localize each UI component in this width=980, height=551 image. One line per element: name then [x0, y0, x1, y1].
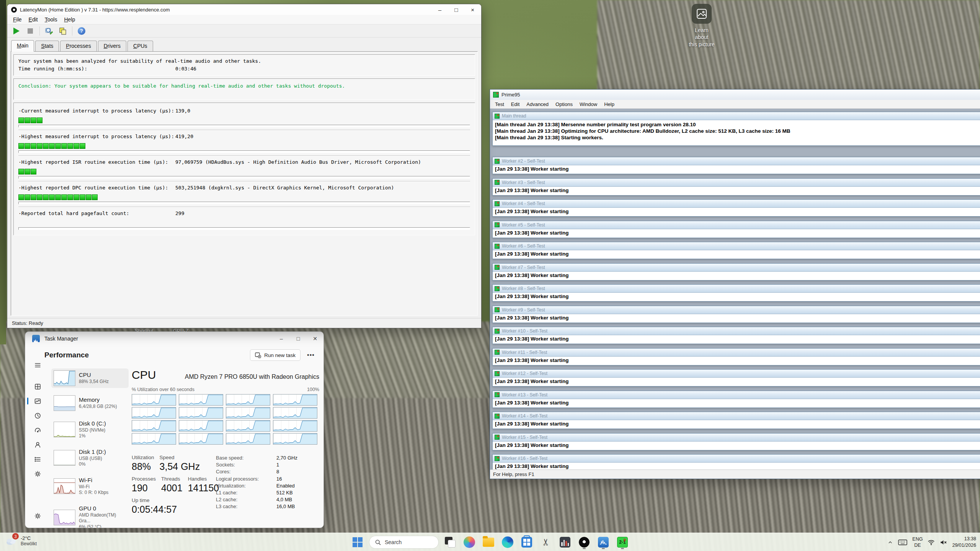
latencymon-taskbar-button[interactable]	[577, 535, 592, 550]
rail-item-details[interactable]	[30, 452, 45, 466]
perf-sidebar-item-disk0[interactable]: Disk 0 (C:)SSD (NVMe)1%	[51, 418, 129, 441]
menu-item-options[interactable]: Options	[552, 100, 576, 108]
prime95-worker-window[interactable]: Worker #13 - Self-Test[Jan 29 13:38] Wor…	[492, 391, 980, 408]
maximize-button[interactable]: □	[454, 7, 458, 13]
minimize-button[interactable]: –	[273, 332, 290, 345]
minimize-button[interactable]: –	[438, 7, 441, 13]
touch-keyboard-button[interactable]	[898, 539, 907, 546]
rail-item-users[interactable]	[30, 437, 45, 452]
main-thread-titlebar[interactable]: Main thread	[493, 112, 980, 120]
task-view-button[interactable]	[443, 535, 458, 550]
volume-muted-icon[interactable]	[940, 539, 947, 546]
snipping-tool-button[interactable]: ✂	[538, 535, 554, 550]
menu-item-edit[interactable]: Edit	[508, 100, 523, 108]
worker-titlebar[interactable]: Worker #3 - Self-Test	[493, 179, 980, 187]
worker-titlebar[interactable]: Worker #15 - Self-Test	[493, 434, 980, 442]
task-manager-taskbar-button[interactable]	[596, 535, 611, 550]
prime95-titlebar[interactable]: Prime95	[490, 90, 980, 100]
task-manager-titlebar[interactable]: Task Manager – □ ✕	[25, 332, 323, 346]
worker-titlebar[interactable]: Worker #14 - Self-Test	[493, 412, 980, 420]
weather-widget[interactable]: 3 -2°C Bewölkt	[5, 534, 37, 547]
rail-item-performance[interactable]	[30, 394, 45, 408]
rail-item-services[interactable]	[30, 466, 45, 481]
close-button[interactable]: ✕	[307, 332, 323, 345]
close-button[interactable]: ×	[471, 7, 474, 13]
prime95-worker-window[interactable]: Worker #9 - Self-Test[Jan 29 13:38] Work…	[492, 306, 980, 323]
worker-titlebar[interactable]: Worker #2 - Self-Test	[493, 157, 980, 165]
copilot-button[interactable]	[462, 535, 477, 550]
tray-chevron-button[interactable]	[887, 540, 893, 545]
maximize-button[interactable]: □	[290, 332, 307, 345]
rail-item-startup-apps[interactable]	[30, 423, 45, 437]
prime95-worker-window[interactable]: Worker #11 - Self-Test[Jan 29 13:38] Wor…	[492, 348, 980, 365]
prime95-taskbar-button[interactable]: p2-1	[615, 535, 630, 550]
prime95-worker-window[interactable]: Worker #10 - Self-Test[Jan 29 13:38] Wor…	[492, 327, 980, 344]
tab-main[interactable]: Main	[11, 40, 34, 52]
weather-badge: 3	[12, 533, 19, 540]
perf-sidebar-item-wifi[interactable]: Wi-FiWi-FiS: 0 R: 0 Kbps	[51, 475, 129, 498]
worker-titlebar[interactable]: Worker #5 - Self-Test	[493, 221, 980, 229]
start-monitor-button[interactable]	[12, 26, 21, 36]
more-options-button[interactable]: •••	[304, 349, 317, 361]
prime95-worker-window[interactable]: Worker #4 - Self-Test[Jan 29 13:38] Work…	[492, 199, 980, 217]
prime95-worker-window[interactable]: Worker #14 - Self-Test[Jan 29 13:38] Wor…	[492, 412, 980, 429]
start-button[interactable]	[350, 535, 365, 550]
detail-row: L2 cache:4,0 MB	[216, 496, 319, 503]
prime95-worker-window[interactable]: Worker #3 - Self-Test[Jan 29 13:38] Work…	[492, 178, 980, 196]
language-indicator[interactable]: ENG DE	[912, 536, 923, 549]
worker-titlebar[interactable]: Worker #9 - Self-Test	[493, 306, 980, 314]
learn-about-picture[interactable]: Learn about this picture	[688, 4, 715, 48]
worker-titlebar[interactable]: Worker #6 - Self-Test	[493, 242, 980, 250]
prime95-worker-window[interactable]: Worker #5 - Self-Test[Jan 29 13:38] Work…	[492, 221, 980, 238]
latencymon-titlebar[interactable]: LatencyMon (Home Edition ) v 7.31 - http…	[7, 4, 481, 15]
worker-titlebar[interactable]: Worker #12 - Self-Test	[493, 370, 980, 378]
prime95-worker-window[interactable]: Worker #2 - Self-Test[Jan 29 13:38] Work…	[492, 157, 980, 174]
copy-report-button[interactable]	[58, 26, 67, 36]
menu-item-edit[interactable]: Edit	[25, 15, 41, 24]
rail-item-app-history[interactable]	[30, 408, 45, 423]
prime95-worker-window[interactable]: Worker #6 - Self-Test[Jan 29 13:38] Work…	[492, 242, 980, 259]
tab-stats[interactable]: Stats	[35, 41, 59, 51]
perf-sidebar-item-cpu[interactable]: CPU88% 3,54 GHz	[51, 368, 129, 388]
gpu-z-button[interactable]	[557, 535, 573, 550]
prime95-main-thread-window[interactable]: Main thread [Main thread Jan 29 13:38] M…	[492, 112, 980, 146]
menu-item-advanced[interactable]: Advanced	[523, 100, 552, 108]
worker-titlebar[interactable]: Worker #10 - Self-Test	[493, 327, 980, 335]
worker-titlebar[interactable]: Worker #13 - Self-Test	[493, 391, 980, 399]
menu-item-window[interactable]: Window	[576, 100, 601, 108]
worker-titlebar[interactable]: Worker #16 - Self-Test	[493, 455, 980, 463]
prime95-worker-window[interactable]: Worker #8 - Self-Test[Jan 29 13:38] Work…	[492, 284, 980, 302]
worker-titlebar[interactable]: Worker #11 - Self-Test	[493, 349, 980, 357]
edge-button[interactable]	[500, 535, 515, 550]
tab-drivers[interactable]: Drivers	[98, 41, 126, 51]
menu-item-help[interactable]: Help	[601, 100, 618, 108]
prime95-worker-window[interactable]: Worker #12 - Self-Test[Jan 29 13:38] Wor…	[492, 369, 980, 386]
help-button[interactable]: ?	[77, 26, 86, 36]
prime95-worker-window[interactable]: Worker #15 - Self-Test[Jan 29 13:38] Wor…	[492, 433, 980, 450]
clock[interactable]: 13:38 29/01/2026	[952, 536, 976, 549]
worker-titlebar[interactable]: Worker #4 - Self-Test	[493, 200, 980, 208]
tab-processes[interactable]: Processes	[60, 41, 96, 51]
taskbar-search[interactable]: Search	[369, 536, 439, 549]
worker-titlebar[interactable]: Worker #8 - Self-Test	[493, 285, 980, 293]
prime95-worker-window[interactable]: Worker #7 - Self-Test[Jan 29 13:38] Work…	[492, 263, 980, 280]
wifi-tray-icon[interactable]	[928, 539, 935, 546]
perf-sidebar-item-memory[interactable]: Memory6,4/28,8 GB (22%)	[51, 393, 129, 413]
run-new-task-button[interactable]: Run new task	[250, 349, 301, 361]
menu-item-file[interactable]: File	[10, 15, 25, 24]
menu-item-help[interactable]: Help	[60, 15, 78, 24]
microsoft-store-button[interactable]	[519, 535, 534, 550]
navigation-menu-button[interactable]	[30, 358, 45, 372]
prime95-worker-window[interactable]: Worker #16 - Self-Test[Jan 29 13:38] Wor…	[492, 454, 980, 469]
rail-item-processes[interactable]	[30, 379, 45, 394]
rail-item-settings[interactable]	[30, 509, 45, 523]
perf-sidebar-item-disk1[interactable]: Disk 1 (D:)USB (USB)0%	[51, 447, 129, 469]
worker-titlebar[interactable]: Worker #7 - Self-Test	[493, 264, 980, 272]
menu-item-tools[interactable]: Tools	[41, 15, 61, 24]
perf-sidebar-item-gpu[interactable]: GPU 0AMD Radeon(TM) Gra...6% (52 °C)	[51, 503, 129, 528]
stop-monitor-button[interactable]	[26, 26, 35, 36]
tab-cpus[interactable]: CPUs	[127, 41, 153, 51]
file-explorer-button[interactable]	[481, 535, 496, 550]
menu-item-test[interactable]: Test	[492, 100, 508, 108]
analyze-button[interactable]	[44, 26, 54, 36]
